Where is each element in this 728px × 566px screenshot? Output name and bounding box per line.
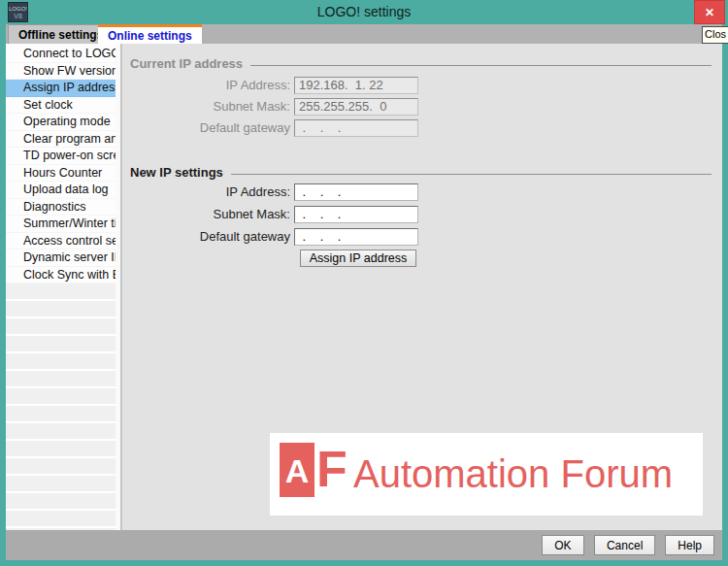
settings-sidebar: Connect to LOGO! Show FW version Assign … [6,44,116,530]
current-ip-group-rule [250,65,711,66]
close-tooltip: Clos [702,26,728,44]
new-default-gateway-row: Default gateway . . . [122,228,723,246]
sidebar-item-show-fw-version[interactable]: Show FW version [6,63,116,81]
assign-ip-panel: Current IP address IP Address: 192.168. … [121,44,722,530]
sidebar-item-assign-ip-address[interactable]: Assign IP address [6,80,116,97]
new-subnet-mask-row: Subnet Mask: . . . [122,206,723,223]
current-subnet-mask-row: Subnet Mask: 255.255.255. 0 [122,98,723,116]
af-logo-letter-f: F [316,437,340,501]
current-ip-address-field: 192.168. 1. 22 [294,77,418,94]
current-ip-address-label: IP Address: [122,77,290,94]
automation-forum-text: Automation Forum [353,452,673,496]
current-subnet-mask-field: 255.255.255. 0 [294,98,418,116]
tab-online-label: Online settings [108,29,192,43]
title-bar: LOGO! V8 LOGO! settings ✕ [0,0,728,24]
logo-settings-window: LOGO! V8 LOGO! settings ✕ Clos Offline s… [0,0,728,566]
new-subnet-mask-label: Subnet Mask: [122,206,290,223]
sidebar-item-operating-mode[interactable]: Operating mode [6,114,116,131]
automation-forum-watermark: A F Automation Forum [270,433,703,516]
new-ip-group-header: New IP settings [130,165,711,180]
current-default-gateway-label: Default gateway [122,119,290,137]
sidebar-item-access-control[interactable]: Access control set [6,233,116,250]
sidebar-item-upload-data-log[interactable]: Upload data log [6,182,116,199]
assign-ip-address-button[interactable]: Assign IP address [300,250,416,267]
current-default-gateway-field: . . . [294,119,418,137]
new-default-gateway-input[interactable]: . . . [294,228,418,246]
tab-offline-label: Offline settings [18,28,103,42]
new-ip-group-rule [231,174,711,175]
sidebar-item-set-clock[interactable]: Set clock [6,97,116,115]
automation-forum-logo-icon: A F [280,443,340,507]
new-subnet-mask-input[interactable]: . . . [294,206,418,223]
new-ip-group-title: New IP settings [130,165,223,180]
sidebar-list: Connect to LOGO! Show FW version Assign … [6,44,116,283]
tab-strip: Offline settings Online settings [6,24,722,44]
sidebar-item-summer-winter-time[interactable]: Summer/Winter tim [6,216,116,233]
current-ip-address-row: IP Address: 192.168. 1. 22 [122,77,723,94]
new-default-gateway-label: Default gateway [122,228,290,246]
sidebar-item-td-power-on-screen[interactable]: TD power-on scree [6,148,116,165]
sidebar-item-dynamic-server-ip[interactable]: Dynamic server IP [6,250,116,267]
new-ip-address-input[interactable]: . . . [294,183,418,201]
sidebar-item-clear-program[interactable]: Clear program and [6,131,116,149]
af-logo-letter-a: A [280,443,314,497]
cancel-button[interactable]: Cancel [594,535,655,555]
new-ip-address-row: IP Address: . . . [122,183,723,201]
content-area: Connect to LOGO! Show FW version Assign … [6,44,722,530]
current-ip-group-title: Current IP address [130,56,243,71]
close-icon: ✕ [705,6,714,19]
sidebar-item-diagnostics[interactable]: Diagnostics [6,199,116,216]
new-ip-address-label: IP Address: [122,183,290,201]
current-ip-group-header: Current IP address [130,56,711,71]
dialog-footer: OK Cancel Help [6,530,722,560]
current-default-gateway-row: Default gateway . . . [122,119,723,137]
sidebar-item-clock-sync[interactable]: Clock Sync with EM [6,267,116,284]
help-button[interactable]: Help [665,535,714,555]
sidebar-empty-rows [6,283,116,530]
sidebar-item-connect-to-logo[interactable]: Connect to LOGO! [6,46,116,63]
close-button[interactable]: ✕ [694,0,725,24]
sidebar-item-hours-counter[interactable]: Hours Counter [6,165,116,183]
ok-button[interactable]: OK [542,535,584,555]
current-subnet-mask-label: Subnet Mask: [122,98,290,116]
window-title: LOGO! settings [0,4,728,19]
tab-online-settings[interactable]: Online settings [98,24,202,44]
